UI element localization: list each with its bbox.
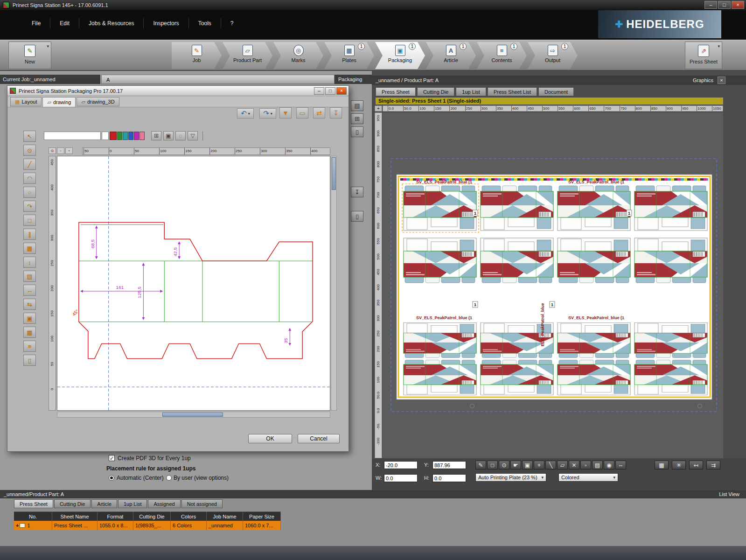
list-view-label[interactable]: List View <box>719 490 739 498</box>
redo-icon[interactable]: ↷ <box>259 108 276 119</box>
row-expander-icon[interactable]: + <box>16 523 19 528</box>
column-header-no[interactable]: No. <box>14 511 52 521</box>
color-swatch-blue[interactable] <box>128 132 133 140</box>
tab-press-sheet[interactable]: Press Sheet <box>376 87 416 96</box>
dialog-tab-drawing-3d[interactable]: ▱drawing_3D <box>77 97 119 106</box>
column-header-job-name[interactable]: Job Name <box>207 511 243 521</box>
gear-icon[interactable]: ✳ <box>672 461 686 469</box>
dieline-outline[interactable] <box>79 222 313 358</box>
filter-icon[interactable]: ▽ <box>188 131 198 140</box>
dialog-tab-layout[interactable]: ▦Layout <box>10 97 42 106</box>
crop-icon[interactable]: ▣ <box>522 461 533 469</box>
origin-icon[interactable]: ⊕ <box>49 147 56 154</box>
new-dropdown-caret-icon[interactable]: ▾ <box>47 44 49 49</box>
press-sheet-dropdown-caret-icon[interactable]: ▾ <box>718 44 720 49</box>
frame-tool-icon[interactable]: ▣ <box>23 313 36 324</box>
table-row[interactable]: +1Press Sheet ...1055.0 x 8...1(98935_..… <box>14 521 281 530</box>
horizontal-dimension-tool-icon[interactable]: ↔ <box>23 285 36 296</box>
grid-icon[interactable]: ⊞ <box>351 113 363 124</box>
color-swatch-green[interactable] <box>117 132 122 140</box>
canvas-vscroll-thumb[interactable] <box>332 157 336 190</box>
press-sheet-button[interactable]: ▾ Press Sheet <box>685 42 722 69</box>
press-sheet-viewport[interactable]: SV_ELS_PeakPatrol_blue (1 SV_ELS_PeakPat… <box>383 112 723 458</box>
units-icon[interactable]: ▫ <box>57 147 64 154</box>
tab-article[interactable]: Article <box>91 499 117 508</box>
spacing-tool-icon[interactable]: ⇆ <box>23 299 36 310</box>
import-icon[interactable]: ↧ <box>330 107 342 119</box>
tab-1up-list[interactable]: 1up List <box>456 87 486 96</box>
canvas-hscroll-thumb[interactable] <box>162 413 223 417</box>
y-input[interactable] <box>432 461 466 469</box>
document-tool-icon[interactable]: ▯ <box>23 355 36 366</box>
rectangle-tool-icon[interactable]: □ <box>23 215 36 226</box>
tab-not-assigned[interactable]: Not assigned <box>181 499 223 508</box>
right-panel-close-icon[interactable]: × <box>718 77 725 84</box>
arc-tool-icon[interactable]: ◠ <box>23 173 36 184</box>
menu-item-tools[interactable]: Tools <box>189 18 221 28</box>
color-swatch-pink[interactable] <box>139 132 145 140</box>
workflow-step-packaging[interactable]: 1Packaging <box>375 42 425 69</box>
menu-item-help[interactable]: ? <box>221 18 243 28</box>
exchange-icon[interactable]: ⇄ <box>313 107 325 119</box>
zoom-select[interactable]: Auto Printing Plate (23 %) <box>475 473 546 482</box>
view-mode-icon[interactable]: ▪ <box>65 147 73 154</box>
layers-tool-icon[interactable]: ≡ <box>23 341 36 352</box>
new-button[interactable]: ▾ New <box>8 42 51 69</box>
create-pdf3d-checkbox[interactable]: ✓ <box>109 455 115 461</box>
fit-width-icon[interactable]: ↤ <box>689 461 703 469</box>
cancel-button[interactable]: Cancel <box>298 434 340 443</box>
tab-document[interactable]: Document <box>538 87 574 96</box>
dialog-minimize-button[interactable]: – <box>314 87 324 95</box>
ink-icon[interactable]: ◉ <box>604 461 614 469</box>
workflow-step-marks[interactable]: Marks <box>273 42 323 69</box>
workflow-step-job[interactable]: Job <box>172 42 222 69</box>
zoom-icon[interactable]: ⊙ <box>499 461 509 469</box>
dieline-canvas[interactable]: 68,5 42,5 161 125,5 35 45° <box>57 156 330 411</box>
fill-none-swatch[interactable] <box>102 132 109 140</box>
line-tool-icon[interactable]: ╱ <box>23 159 36 170</box>
color-swatch-teal[interactable] <box>123 132 128 140</box>
stroke-color-swatch[interactable] <box>110 132 117 140</box>
placement-automatic-radio[interactable] <box>109 475 114 481</box>
circle-tool-icon[interactable]: ○ <box>23 187 36 198</box>
keyboard-icon[interactable]: ▦ <box>655 461 669 469</box>
download-icon[interactable]: ↧ <box>351 187 363 197</box>
window-close-button[interactable]: × <box>732 1 744 9</box>
ok-button[interactable]: OK <box>248 434 292 443</box>
select-frame-icon[interactable]: □ <box>487 461 498 469</box>
column-header-format[interactable]: Format <box>98 511 133 521</box>
lasso-icon[interactable]: ◌ <box>175 131 186 140</box>
ruler-origin-button[interactable]: + <box>375 105 382 112</box>
tab-assigned[interactable]: Assigned <box>148 499 180 508</box>
marquee-icon[interactable]: ▫ <box>580 461 591 469</box>
dialog-tab-drawing[interactable]: ▱drawing <box>42 97 76 107</box>
workflow-step-plates[interactable]: 1Plates <box>324 42 374 69</box>
parallel-tool-icon[interactable]: ∥ <box>23 229 36 240</box>
tab-press-sheet-list[interactable]: Press Sheet List <box>488 87 537 96</box>
workflow-step-product-part[interactable]: Product Part <box>223 42 272 69</box>
tab-cutting-die[interactable]: Cutting Die <box>417 87 454 96</box>
w-input[interactable] <box>384 474 418 482</box>
menu-item-file[interactable]: File <box>22 18 50 28</box>
print-icon[interactable]: ▤ <box>351 100 363 111</box>
dialog-maximize-button[interactable]: □ <box>325 87 335 95</box>
forward-icon[interactable]: ⇉ <box>706 461 720 469</box>
palette-icon[interactable]: ▤ <box>592 461 603 469</box>
grid-tool-icon[interactable]: ▦ <box>23 243 36 254</box>
pointer-tool-icon[interactable]: ↖ <box>23 131 36 142</box>
duplicate-icon[interactable]: ▱ <box>557 461 568 469</box>
delete-icon[interactable]: ✕ <box>569 461 579 469</box>
open-icon[interactable]: ▭ <box>296 107 308 119</box>
canvas-vscrollbar[interactable] <box>331 156 337 411</box>
transform-icon[interactable]: ▣ <box>163 131 174 140</box>
zoom-tool-icon[interactable]: ⊙ <box>23 145 36 156</box>
draw-tool-icon[interactable]: ✎ <box>475 461 486 469</box>
window-maximize-button[interactable]: □ <box>718 1 731 9</box>
press-sheet-preview[interactable]: SV_ELS_PeakPatrol_blue (1 SV_ELS_PeakPat… <box>390 158 718 413</box>
column-header-colors[interactable]: Colors <box>171 511 207 521</box>
add-grid-icon[interactable]: ⊞ <box>151 131 161 140</box>
color-mode-select[interactable]: Colored <box>558 473 618 482</box>
pan-icon[interactable]: ☛ <box>510 461 521 469</box>
diagonal-icon[interactable]: ╲ <box>545 461 556 469</box>
save-icon[interactable]: ▼ <box>279 107 292 119</box>
